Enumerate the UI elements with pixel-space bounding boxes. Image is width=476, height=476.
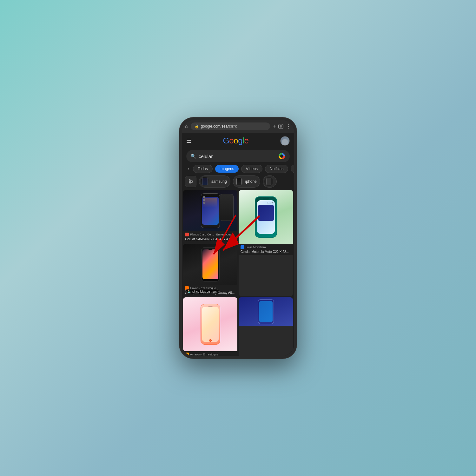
chip-samsung-label: samsung: [211, 179, 227, 184]
tab-noticias[interactable]: Notícias: [265, 165, 288, 173]
product-item-small[interactable]: [239, 297, 293, 356]
tab-videos[interactable]: Vídeos: [241, 165, 262, 173]
hamburger-menu[interactable]: ☰: [186, 137, 191, 144]
chip-iphone-label: iphone: [245, 179, 257, 184]
source-icon-2: [241, 245, 244, 249]
chip-samsung[interactable]: samsung: [199, 175, 230, 188]
url-bar[interactable]: 🔒 google.com/search?c: [191, 122, 270, 130]
home-icon[interactable]: ⌂: [185, 123, 188, 129]
menu-icon[interactable]: ⋮: [286, 123, 291, 129]
amazon-badge: Amazon · Em estoque: [183, 351, 237, 356]
phone-frame: ⌂ 🔒 google.com/search?c + 8 ⋮ ☰ Google: [179, 117, 297, 359]
chip-iphone-thumb: [235, 177, 243, 186]
stores-badge: 🏪 Cinco lojas ou mais: [185, 289, 219, 294]
google-logo: Google: [223, 136, 249, 146]
filter-icon-button[interactable]: [185, 176, 196, 187]
chip-iphone[interactable]: iphone: [233, 175, 260, 188]
page-content: ☰ Google 🔍 celular ‹ Todas Im: [182, 133, 294, 356]
url-text: google.com/search?c: [201, 124, 237, 129]
new-tab-icon[interactable]: +: [273, 123, 276, 130]
product-label-2: Lojas Moveletro Celular Motorola Moto G2…: [239, 244, 293, 255]
product-image-3: [183, 244, 237, 285]
phone-drawing-1: [201, 193, 220, 228]
image-grid: Planos Claro Cel... · Em estoque Celular…: [182, 190, 294, 356]
product-item-samsung-a0[interactable]: 🏪 Cinco lojas ou mais Havan · Em estoque…: [183, 244, 237, 296]
image-chips: samsung iphone: [182, 175, 294, 190]
source-icon-1: [185, 233, 189, 236]
tab-prev-button[interactable]: ‹: [186, 165, 190, 173]
chip-samsung-thumb: [201, 177, 209, 186]
product-label-1: Planos Claro Cel... · Em estoque Celular…: [183, 231, 237, 242]
search-bar[interactable]: 🔍 celular: [186, 150, 290, 162]
product-image-5: [239, 297, 293, 326]
product-title-2: Celular Motorola Moto G22 Xt22...: [241, 250, 291, 254]
browser-chrome: ⌂ 🔒 google.com/search?c + 8 ⋮: [182, 120, 294, 133]
tab-imagens[interactable]: Imagens: [215, 165, 239, 173]
phone-drawing-5: [258, 299, 274, 324]
product-item-samsung-a14[interactable]: Planos Claro Cel... · Em estoque Celular…: [183, 190, 237, 242]
product-item-xiaomi[interactable]: Amazon · Em estoque: [183, 297, 237, 356]
tab-count[interactable]: 8: [278, 124, 283, 129]
source-text-4: Amazon · Em estoque: [190, 353, 218, 356]
browser-actions: + 8 ⋮: [273, 123, 291, 130]
product-item-motorola[interactable]: 11:35: [239, 190, 293, 296]
google-header: ☰ Google: [182, 133, 294, 149]
lock-icon: 🔒: [195, 124, 199, 129]
stores-badge-text: Cinco lojas ou mais: [192, 290, 217, 293]
product-image-1: [183, 190, 237, 231]
store-icon: 🏪: [188, 290, 191, 293]
tab-todas[interactable]: Todas: [193, 165, 213, 173]
phone-drawing-4: [201, 304, 220, 345]
source-icon-4: [185, 353, 189, 356]
tab-maps[interactable]: Maps: [291, 165, 294, 173]
product-image-2: 11:35: [239, 190, 293, 244]
user-avatar[interactable]: [280, 136, 290, 146]
search-icon: 🔍: [191, 154, 196, 159]
filter-tabs: ‹ Todas Imagens Vídeos Notícias Maps: [182, 165, 294, 175]
source-text-1: Planos Claro Cel... · Em estoque: [190, 233, 232, 236]
svg-point-5: [189, 182, 191, 183]
chip-dark-thumb: [264, 177, 273, 186]
phone-drawing-3: [201, 247, 220, 281]
svg-point-3: [189, 180, 190, 181]
product-image-4: [183, 297, 237, 351]
google-lens-icon[interactable]: [278, 153, 285, 160]
source-text-2: Lojas Moveletro: [246, 246, 266, 249]
chip-dark[interactable]: [263, 175, 277, 188]
phone-screen: ⌂ 🔒 google.com/search?c + 8 ⋮ ☰ Google: [182, 120, 294, 356]
svg-point-4: [191, 181, 192, 182]
search-query: celular: [199, 154, 276, 159]
product-title-1: Celular SAMSUNG GALAXY A14 ...: [185, 237, 235, 241]
